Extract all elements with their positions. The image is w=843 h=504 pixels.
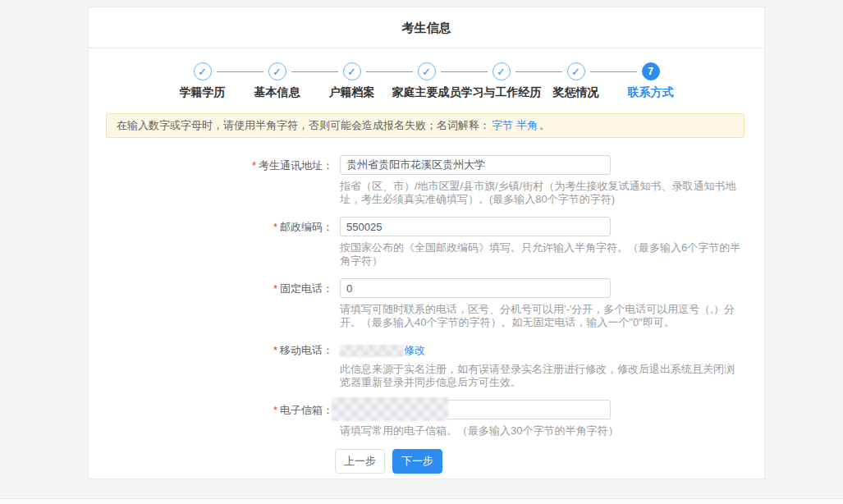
step-label: 基本信息 [254,85,300,100]
form-actions: 上一步 下一步 [335,449,744,474]
step-label: 学籍学历 [180,85,226,100]
step-label: 奖惩情况 [553,85,599,100]
zipcode-row: *邮政编码： 按国家公布的《全国邮政编码》填写。只允许输入半角字符。（最多输入6… [106,217,744,268]
step-label: 家庭主要成员 [392,85,461,100]
step-wizard: ✓ 学籍学历 ✓ 基本信息 ✓ 户籍档案 ✓ 家庭主要成员 ✓ 学习与工作经历 … [89,62,764,100]
contact-form: *考生通讯地址： 指省（区、市）/地市区盟/县市旗/乡镇/街村（为考生接收复试通… [89,155,764,474]
page-title: 考生信息 [89,7,764,48]
notice-text: 在输入数字或字母时，请使用半角字符，否则可能会造成报名失败；名词解释： [117,119,490,131]
step-done-check-icon: ✓ [343,62,361,80]
zipcode-input[interactable] [340,217,611,236]
next-step-button[interactable]: 下一步 [392,449,442,474]
zipcode-hint: 按国家公布的《全国邮政编码》填写。只允许输入半角字符。（最多输入6个字节的半角字… [340,241,744,268]
wizard-step-3[interactable]: ✓ 户籍档案 [314,62,389,100]
landline-input[interactable] [340,278,611,298]
byte-definition-link[interactable]: 字节 [492,119,513,131]
mobile-hint: 此信息来源于实名注册，如有误请登录实名注册进行修改，修改后退出系统且关闭浏览器重… [340,363,744,389]
page: 考生信息 ✓ 学籍学历 ✓ 基本信息 ✓ 户籍档案 ✓ 家庭主要成员 ✓ 学习与… [0,0,843,504]
email-row: *电子信箱： 请填写常用的电子信箱。（最多输入30个字节的半角字符） [106,400,744,438]
step-number-badge: 7 [642,62,660,80]
step-done-check-icon: ✓ [567,62,585,80]
address-label: *考生通讯地址： [106,155,333,206]
wizard-step-4[interactable]: ✓ 家庭主要成员 [389,62,464,100]
required-marker: * [252,159,256,172]
wizard-step-6[interactable]: ✓ 奖惩情况 [538,62,613,100]
mobile-row: *移动电话： 修改 此信息来源于实名注册，如有误请登录实名注册进行修改，修改后退… [106,340,744,389]
step-done-check-icon: ✓ [194,62,212,80]
mobile-number-redaction-blur [340,345,404,357]
wizard-step-5[interactable]: ✓ 学习与工作经历 [464,62,538,100]
landline-row: *固定电话： 请填写可随时联系的电话，区号、分机号可以用'-'分开，多个电话可以… [106,278,744,329]
step-label: 学习与工作经历 [461,85,542,100]
required-marker: * [273,344,277,356]
address-row: *考生通讯地址： 指省（区、市）/地市区盟/县市旗/乡镇/街村（为考生接收复试通… [106,155,744,206]
required-marker: * [273,282,277,295]
zipcode-label: *邮政编码： [106,217,333,268]
email-label: *电子信箱： [106,400,333,438]
step-label: 联系方式 [628,85,674,100]
step-label: 户籍档案 [329,85,375,100]
modify-mobile-link[interactable]: 修改 [404,343,425,358]
wizard-step-1[interactable]: ✓ 学籍学历 [165,62,240,100]
required-marker: * [273,404,277,416]
step-done-check-icon: ✓ [418,62,436,80]
landline-hint: 请填写可随时联系的电话，区号、分机号可以用'-'分开，多个电话可以用逗号（,）分… [340,303,744,329]
mobile-label: *移动电话： [106,340,333,389]
halfwidth-notice-bar: 在输入数字或字母时，请使用半角字符，否则可能会造成报名失败；名词解释：字节半角。 [106,113,744,138]
candidate-info-card: 考生信息 ✓ 学籍学历 ✓ 基本信息 ✓ 户籍档案 ✓ 家庭主要成员 ✓ 学习与… [88,7,765,479]
step-done-check-icon: ✓ [493,62,511,80]
previous-step-button[interactable]: 上一步 [335,449,385,474]
email-hint: 请填写常用的电子信箱。（最多输入30个字节的半角字符） [340,424,744,438]
notice-suffix: 。 [539,119,550,131]
step-done-check-icon: ✓ [268,62,286,80]
email-redaction-blur [332,397,448,421]
address-input[interactable] [340,155,611,175]
required-marker: * [273,221,277,233]
halfwidth-definition-link[interactable]: 半角 [516,119,538,131]
wizard-step-7-active[interactable]: 7 联系方式 [613,62,688,100]
landline-label: *固定电话： [106,278,333,329]
page-footer-divider [0,498,843,504]
address-hint: 指省（区、市）/地市区盟/县市旗/乡镇/街村（为考生接收复试通知书、录取通知书地… [340,180,744,206]
wizard-step-2[interactable]: ✓ 基本信息 [240,62,314,100]
